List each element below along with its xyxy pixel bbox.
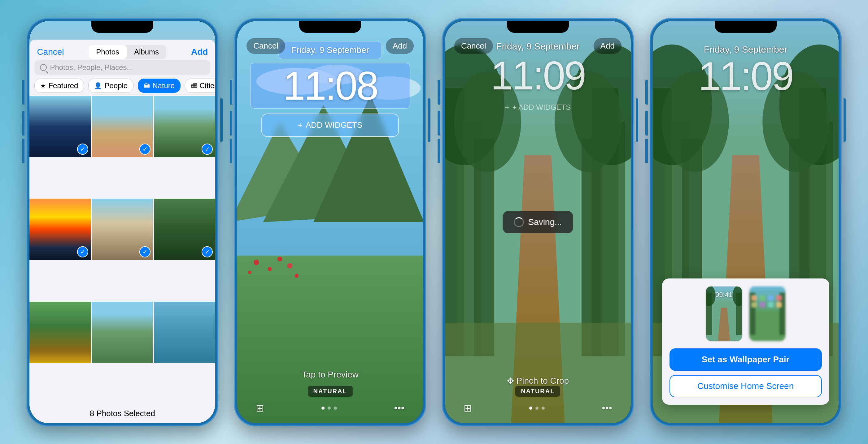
add-widgets-label-3: + ADD WIDGETS: [513, 103, 571, 112]
ls-bottom-3: ✥ Pinch to Crop NATURAL ⊞ •••: [445, 386, 631, 423]
natural-badge-3: NATURAL: [515, 386, 560, 397]
ls-controls-2: ⊞ •••: [256, 402, 404, 414]
plus-icon-2: +: [298, 121, 303, 130]
chip-featured[interactable]: ★ Featured: [34, 78, 84, 93]
photo-cell-9[interactable]: [154, 302, 215, 363]
dot-3-2: [535, 407, 538, 410]
modal-header: Cancel Photos Albums Add: [29, 40, 215, 59]
tab-photos[interactable]: Photos: [89, 45, 127, 59]
notch-1: [91, 21, 153, 33]
photo-cell-5[interactable]: ✓: [92, 199, 153, 260]
lock-time-2: 11:08: [283, 63, 377, 108]
grid-icon-3[interactable]: ⊞: [464, 402, 472, 414]
more-icon-2[interactable]: •••: [394, 402, 405, 414]
saving-indicator: Saving...: [503, 211, 573, 233]
search-placeholder: Photos, People, Places...: [50, 63, 133, 72]
cancel-button[interactable]: Cancel: [37, 47, 64, 57]
dot-2: [328, 407, 331, 410]
chip-people[interactable]: 👤 People: [88, 78, 133, 93]
grid-icon-2[interactable]: ⊞: [256, 402, 264, 414]
photo-cell-8[interactable]: [92, 302, 153, 363]
lockscreen-thumbnail: 09:41: [706, 286, 743, 342]
check-badge-3: ✓: [202, 143, 213, 155]
photo-grid: ✓ ✓ ✓ ✓ ✓ ✓: [29, 96, 215, 404]
search-icon: [40, 64, 47, 71]
phone-3: Cancel Add Friday, 9 September 11:09 + +…: [442, 18, 634, 426]
plus-icon-3: +: [505, 103, 509, 112]
photo-cell-3[interactable]: ✓: [154, 96, 215, 157]
cancel-button-2[interactable]: Cancel: [247, 38, 285, 54]
notch-3: [507, 21, 569, 33]
phone-4: Friday, 9 September 11:09: [650, 18, 842, 426]
chip-cities-label: Cities: [199, 81, 215, 90]
wallpaper-preview-row: 09:41: [670, 286, 822, 342]
add-button-2[interactable]: Add: [386, 38, 414, 54]
photo-cell-4[interactable]: ✓: [29, 199, 91, 260]
lock-time-4: 11:09: [698, 56, 793, 96]
notch-2: [299, 21, 361, 33]
saving-spinner: [514, 217, 524, 227]
pinch-icon: ✥: [507, 376, 514, 386]
cities-icon: 🏙: [191, 82, 197, 89]
selection-count: 8 Photos Selected: [29, 404, 215, 423]
pinch-hint: ✥ Pinch to Crop: [507, 376, 569, 386]
photo-cell-6[interactable]: ✓: [154, 199, 215, 260]
ls-bottom-2: Tap to Preview NATURAL ⊞ •••: [237, 370, 423, 423]
dot-3: [334, 407, 337, 410]
star-icon: ★: [40, 82, 46, 90]
search-bar[interactable]: Photos, People, Places...: [34, 60, 210, 75]
chip-featured-label: Featured: [48, 81, 78, 90]
people-icon: 👤: [94, 82, 102, 90]
dot-1: [321, 407, 324, 410]
add-widgets-button-2[interactable]: + ADD WIDGETS: [261, 113, 399, 137]
page-dots-3: [529, 407, 545, 410]
photo-albums-segmented[interactable]: Photos Albums: [89, 45, 166, 59]
lock-date-4: Friday, 9 September: [704, 44, 787, 55]
dot-3-1: [529, 407, 532, 410]
ls-controls-3: ⊞ •••: [464, 402, 612, 414]
nature-icon: 🏔: [144, 82, 150, 89]
tap-preview-hint: Tap to Preview: [302, 370, 359, 380]
customize-home-screen-button[interactable]: Customise Home Screen: [670, 375, 822, 397]
check-badge-2: ✓: [140, 143, 151, 155]
chip-cities[interactable]: 🏙 Cities: [185, 78, 215, 93]
ls-header-2: Cancel Add: [237, 38, 423, 54]
chip-nature-label: Nature: [152, 81, 175, 90]
set-wallpaper-pair-button[interactable]: Set as Wallpaper Pair: [670, 348, 822, 371]
homescreen-thumbnail: [749, 286, 786, 342]
add-button[interactable]: Add: [191, 47, 208, 57]
photo-picker-sheet: Cancel Photos Albums Add Photos, People,…: [29, 40, 215, 423]
chip-people-label: People: [104, 81, 128, 90]
ls-header-3: Cancel Add: [445, 38, 631, 54]
tab-albums[interactable]: Albums: [127, 45, 166, 59]
dot-3-3: [541, 407, 545, 410]
wp-lock-time: 09:41: [706, 291, 742, 299]
notch-4: [715, 21, 777, 33]
lock-screen-2: Friday, 9 September 11:08 + ADD WIDGETS: [237, 21, 423, 423]
phone-2: Cancel Add Friday, 9 September 11:08: [234, 18, 426, 426]
more-icon-3[interactable]: •••: [602, 402, 612, 414]
photo-cell-2[interactable]: ✓: [92, 96, 153, 157]
check-badge-1: ✓: [77, 143, 88, 155]
natural-badge-2: NATURAL: [308, 386, 353, 397]
wallpaper-action-sheet: 09:41: [662, 278, 829, 405]
filter-chips-row: ★ Featured 👤 People 🏔 Nature 🏙 Cities: [29, 77, 215, 96]
phone-1: Cancel Photos Albums Add Photos, People,…: [26, 18, 218, 426]
add-widgets-label-2: ADD WIDGETS: [306, 121, 362, 130]
add-button-3[interactable]: Add: [594, 38, 621, 54]
photo-cell-7[interactable]: [29, 302, 91, 363]
saving-label: Saving...: [528, 217, 562, 227]
page-dots-2: [321, 407, 337, 410]
cancel-button-3[interactable]: Cancel: [454, 38, 493, 54]
chip-nature[interactable]: 🏔 Nature: [138, 78, 181, 93]
lock-time-3: 11:09: [491, 56, 585, 96]
photo-cell-1[interactable]: ✓: [29, 96, 91, 157]
